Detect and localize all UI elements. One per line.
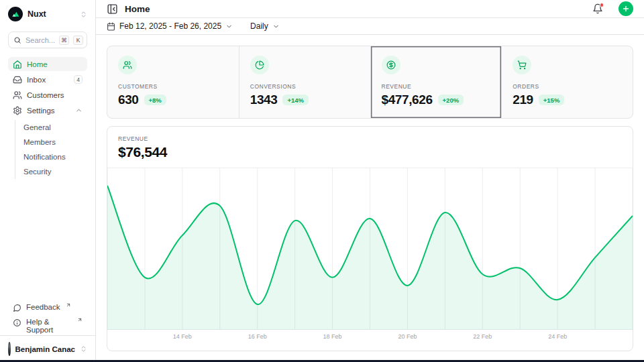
user-menu[interactable]: Benjamin Canac [0, 335, 95, 362]
sidebar-item-notifications[interactable]: Notifications [23, 149, 87, 164]
sidebar-footer: Feedback Help & Support [8, 302, 87, 335]
external-link-icon [77, 317, 83, 322]
x-axis-tick-label: 14 Feb [173, 333, 192, 340]
message-circle-icon [13, 304, 21, 312]
stat-card-revenue[interactable]: REVENUE $477,626 +20% [370, 46, 502, 118]
inbox-count-badge: 4 [74, 75, 83, 84]
panel-collapse-button[interactable] [107, 3, 118, 15]
date-range-picker[interactable]: Feb 12, 2025 - Feb 26, 2025 [107, 21, 233, 31]
user-name: Benjamin Canac [15, 345, 75, 353]
sidebar-item-members[interactable]: Members [23, 135, 87, 149]
submenu-item-label: Members [23, 138, 56, 146]
sidebar-item-label: Settings [27, 107, 70, 115]
sidebar-item-settings[interactable]: Settings [8, 103, 87, 117]
main-area: Home Feb 12, 2025 - Feb 26, 2025 Daily [96, 0, 644, 362]
chevron-down-icon [272, 23, 280, 30]
search-placeholder: Search... [25, 36, 55, 44]
users-icon [13, 90, 22, 100]
chart-canvas [107, 168, 633, 330]
submenu-item-label: Security [23, 168, 52, 176]
stat-delta-badge: +20% [438, 95, 464, 105]
notifications-button[interactable] [592, 3, 603, 14]
workspace-name: Nuxt [28, 9, 75, 19]
pie-chart-icon [250, 56, 269, 74]
x-axis-tick-label: 24 Feb [548, 333, 567, 340]
search-input[interactable]: Search... ⌘ K [8, 32, 87, 48]
x-axis-tick-label: 16 Feb [248, 333, 267, 340]
stat-value: 1343 [250, 93, 278, 107]
add-button[interactable] [619, 1, 633, 16]
x-axis-tick-label: 22 Feb [473, 333, 492, 340]
stat-label: CUSTOMERS [118, 83, 228, 90]
inbox-icon [13, 75, 22, 84]
stat-card-conversions[interactable]: CONVERSIONS 1343 +14% [239, 46, 370, 118]
settings-submenu: General Members Notifications Security [15, 120, 87, 179]
stat-value: 630 [118, 93, 139, 107]
sidebar-spacer [8, 179, 87, 302]
stat-delta-badge: +15% [539, 95, 565, 105]
chevrons-up-down-icon [80, 11, 87, 18]
sidebar-item-general[interactable]: General [23, 120, 87, 135]
help-support-link[interactable]: Help & Support [8, 316, 87, 330]
stat-card-customers[interactable]: CUSTOMERS 630 +8% [107, 46, 239, 118]
x-axis-tick-label: 18 Feb [323, 333, 342, 340]
chevron-down-icon [225, 23, 233, 30]
granularity-value: Daily [250, 21, 268, 31]
chevron-up-icon [75, 107, 83, 114]
sidebar-item-home[interactable]: Home [8, 57, 87, 71]
kbd-k: K [73, 36, 83, 45]
feedback-label: Feedback [26, 303, 60, 311]
calendar-icon [107, 22, 115, 31]
stat-card-orders[interactable]: ORDERS 219 +15% [501, 46, 633, 118]
granularity-select[interactable]: Daily [250, 21, 280, 31]
avatar [8, 342, 11, 356]
sidebar-item-label: Home [27, 60, 83, 68]
chart-metric-value: $76,544 [118, 144, 622, 160]
stat-delta-badge: +8% [144, 95, 166, 105]
home-icon [13, 60, 22, 69]
stat-value: $477,626 [382, 93, 433, 107]
kbd-cmd: ⌘ [59, 36, 69, 45]
stat-label: CONVERSIONS [250, 83, 360, 90]
submenu-item-label: General [23, 123, 51, 131]
submenu-item-label: Notifications [23, 153, 66, 161]
sidebar-nav: Home Inbox 4 Customers Settings Genera [8, 57, 87, 179]
dollar-circle-icon [382, 56, 400, 74]
help-support-label: Help & Support [26, 318, 72, 334]
info-icon [13, 318, 21, 327]
gear-icon [13, 106, 22, 115]
notification-dot [600, 3, 604, 7]
revenue-area-chart [107, 168, 633, 330]
search-icon [13, 36, 21, 44]
users-icon [118, 56, 137, 74]
top-header: Home [96, 0, 644, 18]
feedback-link[interactable]: Feedback [8, 302, 87, 315]
page-title: Home [125, 4, 586, 14]
x-axis-tick-label: 20 Feb [398, 333, 417, 340]
stats-row: CUSTOMERS 630 +8% CONVERSIONS 1343 +14% [107, 46, 633, 119]
cart-icon [513, 56, 531, 74]
external-link-icon [66, 302, 71, 308]
workspace-switcher[interactable]: Nuxt [8, 5, 87, 23]
x-axis: 14 Feb16 Feb18 Feb20 Feb22 Feb24 Feb [107, 330, 633, 346]
stat-value: 219 [513, 93, 533, 107]
sidebar: Nuxt Search... ⌘ K Home Inbox 4 [0, 0, 96, 362]
chart-header: REVENUE $76,544 [107, 127, 633, 168]
sidebar-item-security[interactable]: Security [23, 164, 87, 179]
nuxt-logo-icon [8, 7, 23, 21]
filters-toolbar: Feb 12, 2025 - Feb 26, 2025 Daily [96, 18, 644, 35]
dashboard-content: CUSTOMERS 630 +8% CONVERSIONS 1343 +14% [96, 35, 644, 362]
date-range-value: Feb 12, 2025 - Feb 26, 2025 [119, 21, 221, 31]
stat-label: REVENUE [382, 83, 491, 90]
stat-label: ORDERS [513, 83, 622, 90]
sidebar-item-label: Customers [27, 91, 83, 99]
sidebar-item-customers[interactable]: Customers [8, 88, 87, 102]
chevrons-up-down-icon [80, 345, 87, 353]
sidebar-item-label: Inbox [27, 76, 69, 84]
sidebar-item-inbox[interactable]: Inbox 4 [8, 72, 87, 86]
stat-delta-badge: +14% [282, 95, 309, 105]
revenue-chart-panel: REVENUE $76,544 14 Feb16 Feb18 Feb20 Feb… [107, 126, 633, 351]
chart-metric-label: REVENUE [118, 135, 622, 142]
